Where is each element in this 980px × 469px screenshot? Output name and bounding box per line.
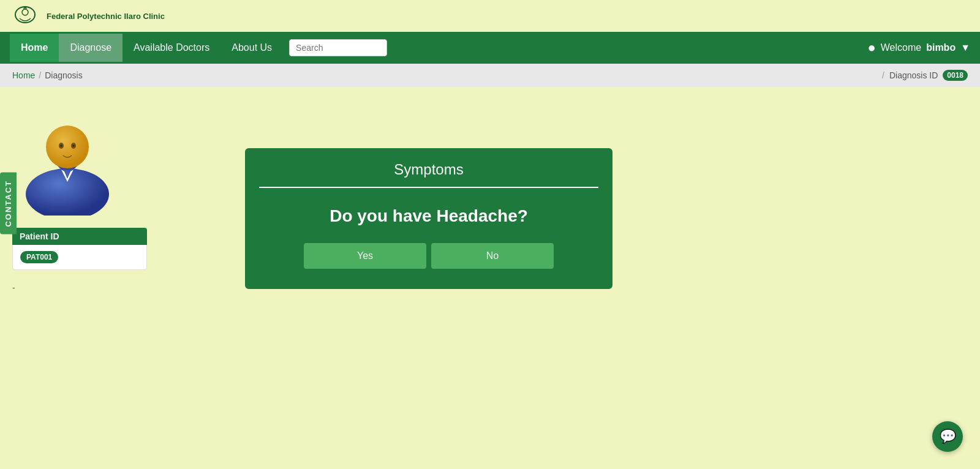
patient-id-body: PAT001 <box>12 245 147 270</box>
logo-text: Federal Polytechnic Ilaro Clinic <box>47 12 165 21</box>
patient-id-badge: PAT001 <box>20 251 58 263</box>
nav-diagnose[interactable]: Diagnose <box>59 34 123 62</box>
symptoms-question: Do you have Headache? <box>265 206 592 226</box>
main-content: CONTACT <box>0 87 980 454</box>
avatar <box>12 105 123 216</box>
breadcrumb-bar: Home / Diagnosis / Diagnosis ID 0018 <box>0 64 980 87</box>
symptoms-body: Do you have Headache? Yes No <box>247 188 611 287</box>
svg-point-5 <box>26 168 109 216</box>
diagnosis-id-badge: 0018 <box>943 70 968 81</box>
dropdown-icon[interactable]: ▼ <box>960 42 970 53</box>
svg-point-1 <box>22 9 28 15</box>
yes-button[interactable]: Yes <box>304 243 426 269</box>
navbar: Home Diagnose Available Doctors About Us… <box>0 32 980 64</box>
chat-bubble[interactable]: 💬 <box>932 421 963 452</box>
logo-area: Federal Polytechnic Ilaro Clinic <box>0 0 980 32</box>
breadcrumb-left: Home / Diagnosis <box>12 70 83 80</box>
diagnosis-id-label: Diagnosis ID <box>889 70 938 80</box>
welcome-label: Welcome <box>881 42 921 53</box>
nav-available-doctors[interactable]: Available Doctors <box>123 34 221 62</box>
dash-text: - <box>12 283 15 293</box>
search-input[interactable] <box>289 39 387 56</box>
clinic-logo-icon <box>10 4 40 28</box>
breadcrumb-home[interactable]: Home <box>12 70 35 80</box>
patient-id-header: Patient ID <box>12 228 147 245</box>
user-icon: ● <box>867 40 875 56</box>
svg-point-12 <box>72 144 75 147</box>
breadcrumb-current: Diagnosis <box>45 70 82 80</box>
chat-icon: 💬 <box>940 429 956 445</box>
symptoms-title: Symptoms <box>247 150 611 187</box>
svg-point-8 <box>46 126 89 168</box>
breadcrumb-right-sep: / <box>882 70 884 80</box>
symptoms-card: Symptoms Do you have Headache? Yes No <box>245 148 612 289</box>
diagnosis-id-area: / Diagnosis ID 0018 <box>882 70 968 81</box>
avatar-container <box>12 105 123 216</box>
svg-point-11 <box>60 144 62 147</box>
nav-about-us[interactable]: About Us <box>221 34 283 62</box>
no-button[interactable]: No <box>431 243 554 269</box>
username[interactable]: bimbo <box>926 42 956 53</box>
symptoms-buttons: Yes No <box>265 243 592 269</box>
user-area: ● Welcome bimbo ▼ <box>867 40 970 56</box>
breadcrumb-sep: / <box>39 70 41 80</box>
patient-card: Patient ID PAT001 <box>12 228 147 270</box>
nav-home[interactable]: Home <box>10 34 59 62</box>
contact-tab[interactable]: CONTACT <box>0 173 17 234</box>
